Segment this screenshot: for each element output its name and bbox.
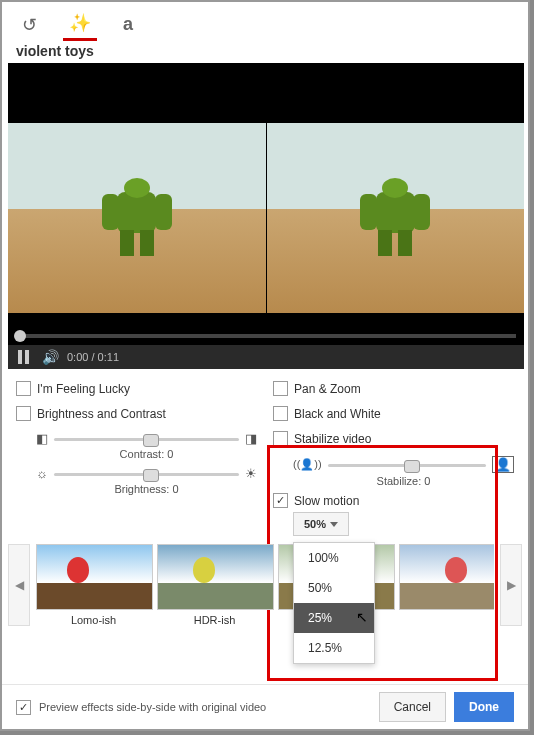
preview-original xyxy=(8,123,267,313)
checkbox-icon[interactable] xyxy=(273,381,288,396)
slowmo-menu[interactable]: 100% 50% 25% ↖ 12.5% xyxy=(293,542,375,664)
opt-pan-zoom[interactable]: Pan & Zoom xyxy=(273,381,514,396)
contrast-high-icon: ◨ xyxy=(245,431,257,446)
opt-brightness-contrast[interactable]: Brightness and Contrast xyxy=(16,406,257,421)
filter-thumb[interactable] xyxy=(399,544,494,626)
brightness-low-icon: ☼ xyxy=(36,466,48,481)
filter-strip: ◀ Lomo-ishHDR-ishCross Process ▶ xyxy=(2,544,528,626)
stabilize-high-icon: 👤 xyxy=(492,456,514,473)
slowmo-option-25[interactable]: 25% ↖ xyxy=(294,603,374,633)
time-display: 0:00 / 0:11 xyxy=(67,351,119,363)
opt-stabilize[interactable]: Stabilize video xyxy=(273,431,514,446)
filters-prev[interactable]: ◀ xyxy=(8,544,30,626)
contrast-low-icon: ◧ xyxy=(36,431,48,446)
filters-next[interactable]: ▶ xyxy=(500,544,522,626)
preview-checkbox[interactable]: ✓ xyxy=(16,700,31,715)
done-button[interactable]: Done xyxy=(454,692,514,722)
volume-icon[interactable]: 🔊 xyxy=(42,349,59,365)
stabilize-value: Stabilize: 0 xyxy=(293,475,514,487)
opt-lucky[interactable]: I'm Feeling Lucky xyxy=(16,381,257,396)
chevron-down-icon xyxy=(330,522,338,527)
progress-bar[interactable] xyxy=(8,327,524,345)
filter-label: HDR-ish xyxy=(157,614,272,626)
brightness-value: Brightness: 0 xyxy=(36,483,257,495)
tool-tabs: ↺ ✨ a xyxy=(2,2,528,43)
checkbox-icon[interactable]: ✓ xyxy=(273,493,288,508)
slowmo-option-100[interactable]: 100% xyxy=(294,543,374,573)
opt-slow-motion[interactable]: ✓ Slow motion xyxy=(273,493,514,508)
cursor-icon: ↖ xyxy=(356,609,368,625)
checkbox-icon[interactable] xyxy=(273,406,288,421)
preview-effect xyxy=(267,123,525,313)
slowmo-dropdown[interactable]: 50% xyxy=(293,512,349,536)
tab-enhancements[interactable]: ✨ xyxy=(63,8,97,41)
stabilize-low-icon: ((👤)) xyxy=(293,458,322,471)
slowmo-option-12[interactable]: 12.5% xyxy=(294,633,374,663)
preview-label: Preview effects side-by-side with origin… xyxy=(39,701,266,713)
checkbox-icon[interactable] xyxy=(16,406,31,421)
stabilize-slider[interactable]: ((👤)) 👤 xyxy=(293,456,514,473)
contrast-slider[interactable]: ◧ ◨ xyxy=(36,431,257,446)
filter-label: Lomo-ish xyxy=(36,614,151,626)
checkbox-icon[interactable] xyxy=(273,431,288,446)
tab-text[interactable]: a xyxy=(117,10,139,39)
footer-bar: ✓ Preview effects side-by-side with orig… xyxy=(2,684,528,729)
brightness-high-icon: ☀ xyxy=(245,466,257,481)
filter-thumb[interactable]: Lomo-ish xyxy=(36,544,151,626)
cancel-button[interactable]: Cancel xyxy=(379,692,446,722)
video-player[interactable]: 🔊 0:00 / 0:11 xyxy=(8,63,524,369)
filter-thumb[interactable]: HDR-ish xyxy=(157,544,272,626)
brightness-slider[interactable]: ☼ ☀ xyxy=(36,466,257,481)
contrast-value: Contrast: 0 xyxy=(36,448,257,460)
opt-black-white[interactable]: Black and White xyxy=(273,406,514,421)
tab-undo[interactable]: ↺ xyxy=(16,10,43,40)
pause-button[interactable] xyxy=(18,350,32,364)
video-title: violent toys xyxy=(16,43,514,59)
checkbox-icon[interactable] xyxy=(16,381,31,396)
slowmo-option-50[interactable]: 50% xyxy=(294,573,374,603)
